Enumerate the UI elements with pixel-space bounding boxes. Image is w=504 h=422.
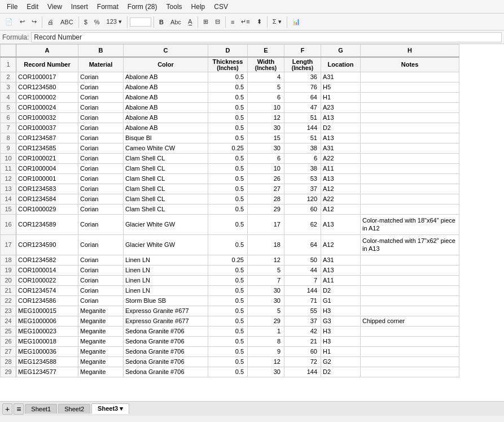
cell-3-A[interactable]: COR1234580 xyxy=(16,82,78,92)
cell-14-D[interactable]: 0.5 xyxy=(208,194,248,204)
cell-16-C[interactable]: Glacier White GW xyxy=(124,214,208,234)
cell-11-G[interactable]: A11 xyxy=(321,163,361,173)
row-num-23[interactable]: 23 xyxy=(1,306,16,316)
row-num-13[interactable]: 13 xyxy=(1,184,16,194)
cell-16-B[interactable]: Corian xyxy=(78,214,124,234)
cell-9-G[interactable]: A31 xyxy=(321,143,361,153)
cell-5-E[interactable]: 10 xyxy=(248,102,284,112)
cell-17-H[interactable]: Color-matched with 17"x62" piece in A13 xyxy=(361,234,459,255)
table-row[interactable]: 3COR1234580CorianAbalone AB0.5576H5 xyxy=(1,82,459,92)
cell-17-C[interactable]: Glacier White GW xyxy=(124,234,208,255)
cell-9-C[interactable]: Cameo White CW xyxy=(124,143,208,153)
header-width[interactable]: Width (Inches) xyxy=(248,57,284,72)
table-row[interactable]: 18COR1234582CorianLinen LN0.251250A31 xyxy=(1,255,459,265)
cell-13-D[interactable]: 0.5 xyxy=(208,184,248,194)
cell-10-C[interactable]: Clam Shell CL xyxy=(124,153,208,163)
valign-btn[interactable]: ⬍ xyxy=(254,16,265,27)
cell-22-D[interactable]: 0.5 xyxy=(208,295,248,306)
cell-21-B[interactable]: Corian xyxy=(78,285,124,295)
cell-11-C[interactable]: Clam Shell CL xyxy=(124,163,208,173)
cell-16-F[interactable]: 62 xyxy=(284,214,321,234)
cell-21-A[interactable]: COR1234574 xyxy=(16,285,78,295)
cell-12-A[interactable]: COR1000001 xyxy=(16,173,78,184)
cell-9-H[interactable] xyxy=(361,143,459,153)
cell-4-F[interactable]: 64 xyxy=(284,92,321,102)
cell-29-E[interactable]: 30 xyxy=(248,367,284,377)
cell-19-G[interactable]: A13 xyxy=(321,265,361,275)
cell-20-E[interactable]: 7 xyxy=(248,275,284,285)
cell-14-A[interactable]: COR1234584 xyxy=(16,194,78,204)
cell-20-G[interactable]: A11 xyxy=(321,275,361,285)
cell-22-B[interactable]: Corian xyxy=(78,295,124,306)
cell-26-A[interactable]: MEG1000018 xyxy=(16,336,78,346)
cell-20-F[interactable]: 7 xyxy=(284,275,321,285)
cell-25-C[interactable]: Sedona Granite #706 xyxy=(124,326,208,336)
cell-28-F[interactable]: 72 xyxy=(284,356,321,367)
row-num-11[interactable]: 11 xyxy=(1,163,16,173)
cell-6-B[interactable]: Corian xyxy=(78,112,124,123)
cell-26-H[interactable] xyxy=(361,336,459,346)
menu-tools[interactable]: Tools xyxy=(162,2,187,12)
redo-btn[interactable]: ↪ xyxy=(29,16,40,27)
cell-11-E[interactable]: 10 xyxy=(248,163,284,173)
table-row[interactable]: 29MEG1234577MeganiteSedona Granite #7060… xyxy=(1,367,459,377)
tab-sheet2[interactable]: Sheet2 xyxy=(58,404,90,414)
menu-csv[interactable]: CSV xyxy=(209,2,233,12)
cell-15-G[interactable]: A12 xyxy=(321,204,361,214)
cell-6-C[interactable]: Abalone AB xyxy=(124,112,208,123)
table-row[interactable]: 24MEG1000006MeganiteExpresso Granite #67… xyxy=(1,316,459,326)
cell-5-H[interactable] xyxy=(361,102,459,112)
cell-26-G[interactable]: H3 xyxy=(321,336,361,346)
cell-6-E[interactable]: 12 xyxy=(248,112,284,123)
cell-17-A[interactable]: COR1234590 xyxy=(16,234,78,255)
cell-19-E[interactable]: 5 xyxy=(248,265,284,275)
cell-22-A[interactable]: COR1234586 xyxy=(16,295,78,306)
cell-18-G[interactable]: A31 xyxy=(321,255,361,265)
header-material[interactable]: Material xyxy=(78,57,124,72)
cell-14-H[interactable] xyxy=(361,194,459,204)
row-num-7[interactable]: 7 xyxy=(1,123,16,133)
menu-format[interactable]: Format xyxy=(93,2,123,12)
cell-2-C[interactable]: Abalone AB xyxy=(124,72,208,82)
cell-28-H[interactable] xyxy=(361,356,459,367)
cell-21-F[interactable]: 144 xyxy=(284,285,321,295)
table-row[interactable]: 8COR1234587CorianBisque Bl0.51551A13 xyxy=(1,133,459,143)
cell-18-H[interactable] xyxy=(361,255,459,265)
cell-21-E[interactable]: 30 xyxy=(248,285,284,295)
cell-19-A[interactable]: COR1000014 xyxy=(16,265,78,275)
cell-27-F[interactable]: 60 xyxy=(284,346,321,356)
cell-5-A[interactable]: COR1000024 xyxy=(16,102,78,112)
cell-19-D[interactable]: 0.5 xyxy=(208,265,248,275)
cell-20-A[interactable]: COR1000022 xyxy=(16,275,78,285)
cell-29-F[interactable]: 144 xyxy=(284,367,321,377)
row-num-18[interactable]: 18 xyxy=(1,255,16,265)
cell-7-C[interactable]: Abalone AB xyxy=(124,123,208,133)
col-header-D[interactable]: D xyxy=(208,45,248,57)
row-num-22[interactable]: 22 xyxy=(1,295,16,306)
cell-4-C[interactable]: Abalone AB xyxy=(124,92,208,102)
menu-file[interactable]: File xyxy=(2,2,22,12)
table-row[interactable]: 10COR1000021CorianClam Shell CL0.566A22 xyxy=(1,153,459,163)
row-num-8[interactable]: 8 xyxy=(1,133,16,143)
cell-25-F[interactable]: 42 xyxy=(284,326,321,336)
cell-10-A[interactable]: COR1000021 xyxy=(16,153,78,163)
cell-3-H[interactable] xyxy=(361,82,459,92)
font-color-btn[interactable]: A̲ xyxy=(185,16,195,27)
cell-4-H[interactable] xyxy=(361,92,459,102)
cell-15-C[interactable]: Clam Shell CL xyxy=(124,204,208,214)
cell-7-F[interactable]: 144 xyxy=(284,123,321,133)
cell-26-C[interactable]: Sedona Granite #706 xyxy=(124,336,208,346)
cell-12-H[interactable] xyxy=(361,173,459,184)
row-num-3[interactable]: 3 xyxy=(1,82,16,92)
percent-btn[interactable]: % xyxy=(91,17,103,27)
cell-20-B[interactable]: Corian xyxy=(78,275,124,285)
cell-21-H[interactable] xyxy=(361,285,459,295)
cell-2-H[interactable] xyxy=(361,72,459,82)
cell-16-D[interactable]: 0.5 xyxy=(208,214,248,234)
cell-6-A[interactable]: COR1000032 xyxy=(16,112,78,123)
cell-28-B[interactable]: Meganite xyxy=(78,356,124,367)
cell-13-G[interactable]: A12 xyxy=(321,184,361,194)
cell-27-H[interactable] xyxy=(361,346,459,356)
cell-16-A[interactable]: COR1234589 xyxy=(16,214,78,234)
cell-11-D[interactable]: 0.5 xyxy=(208,163,248,173)
